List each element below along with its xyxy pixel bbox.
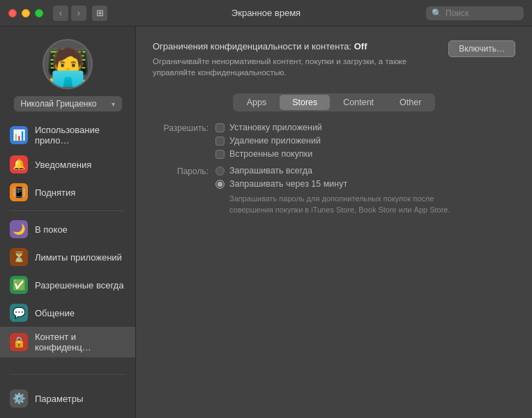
- checkbox-install[interactable]: Установку приложений: [215, 123, 322, 132]
- purchases-checkbox[interactable]: [215, 150, 225, 159]
- back-button[interactable]: ‹: [53, 6, 68, 21]
- always-radio[interactable]: [215, 167, 225, 176]
- tabs: Apps Stores Content Other: [233, 93, 436, 111]
- sidebar-nav: 📊 Использование прило… 🔔 Уведомления 📳 П…: [0, 120, 135, 370]
- sidebar-item-label: Использование прило…: [35, 125, 126, 146]
- main-layout: 🧑‍💻 Николай Грицаенко ▾ 📊 Использование …: [0, 26, 532, 418]
- content-title: Ограничения конфиденциальности и контент…: [153, 40, 432, 53]
- traffic-lights: [8, 9, 43, 17]
- allow-label: Разрешить:: [153, 123, 208, 133]
- avatar-emoji: 🧑‍💻: [45, 49, 91, 85]
- content-area: Ограничения конфиденциальности и контент…: [136, 26, 532, 418]
- checkbox-purchases[interactable]: Встроенные покупки: [215, 149, 322, 159]
- search-bar[interactable]: 🔍: [426, 6, 524, 20]
- sidebar-item-label: Разрешенные всегда: [35, 280, 123, 291]
- password-note: Запрашивать пароль для дополнительных по…: [229, 194, 453, 215]
- always-label: Запрашивать всегда: [229, 166, 312, 176]
- grid-button[interactable]: ⊞: [92, 6, 107, 21]
- content-subtitle: Ограничивайте ненормативный контент, пок…: [153, 56, 432, 78]
- tabs-container: Apps Stores Content Other: [153, 93, 515, 111]
- profile-section: 🧑‍💻 Николай Грицаенко ▾: [0, 26, 135, 120]
- 15min-radio[interactable]: [215, 180, 225, 189]
- sidebar: 🧑‍💻 Николай Грицаенко ▾ 📊 Использование …: [0, 26, 136, 418]
- allow-options: Установку приложений Удаление приложений…: [215, 123, 322, 159]
- search-icon: 🔍: [432, 8, 442, 18]
- sidebar-bottom: ⚙️ Параметры: [0, 379, 135, 418]
- close-button[interactable]: [8, 9, 17, 17]
- sidebar-item-label: Общение: [35, 308, 75, 318]
- avatar: 🧑‍💻: [43, 39, 93, 89]
- radio-always[interactable]: Запрашивать всегда: [215, 166, 453, 176]
- settings-section: Разрешить: Установку приложений Удаление…: [153, 123, 515, 222]
- sidebar-item-label: Лимиты приложений: [35, 252, 122, 263]
- chevron-down-icon: ▾: [112, 100, 115, 108]
- tab-other[interactable]: Other: [387, 95, 434, 110]
- forward-button[interactable]: ›: [71, 6, 86, 21]
- divider: [10, 210, 126, 211]
- sidebar-item-settings[interactable]: ⚙️ Параметры: [0, 385, 135, 412]
- checkbox-delete[interactable]: Удаление приложений: [215, 136, 322, 146]
- downtime-icon: 🌙: [10, 220, 28, 238]
- communication-icon: 💬: [10, 304, 28, 322]
- checkbox-install-label: Установку приложений: [229, 123, 322, 132]
- minimize-button[interactable]: [22, 9, 30, 17]
- tab-apps[interactable]: Apps: [234, 95, 280, 110]
- sidebar-item-downtime[interactable]: 🌙 В покое: [0, 215, 135, 243]
- install-checkbox[interactable]: [215, 123, 225, 132]
- app-limits-icon: ⏳: [10, 248, 28, 266]
- password-options: Запрашивать всегда Запрашивать через 15 …: [215, 166, 453, 215]
- always-allowed-icon: ✅: [10, 276, 28, 294]
- 15min-label: Запрашивать через 15 минут: [229, 179, 347, 189]
- sidebar-item-label: В покое: [35, 224, 68, 235]
- pickups-icon: 📳: [10, 183, 28, 201]
- sidebar-item-label: Параметры: [35, 394, 83, 404]
- sidebar-item-label: Поднятия: [35, 187, 75, 198]
- sidebar-item-notifications[interactable]: 🔔 Уведомления: [0, 150, 135, 178]
- sidebar-item-label: Контент и конфиденц…: [35, 332, 126, 353]
- allow-row: Разрешить: Установку приложений Удаление…: [153, 123, 515, 159]
- sidebar-item-app-limits[interactable]: ⏳ Лимиты приложений: [0, 243, 135, 271]
- content-header: Ограничения конфиденциальности и контент…: [153, 40, 515, 78]
- password-row: Пароль: Запрашивать всегда Запрашивать ч…: [153, 166, 515, 215]
- notifications-icon: 🔔: [10, 155, 28, 173]
- username-label: Николай Грицаенко: [21, 99, 97, 109]
- nav-arrows: ‹ ›: [53, 6, 86, 21]
- sidebar-item-usage[interactable]: 📊 Использование прило…: [0, 120, 135, 150]
- checkbox-purchases-label: Встроенные покупки: [229, 149, 312, 159]
- tab-content[interactable]: Content: [330, 95, 386, 110]
- window-title: Экранное время: [231, 8, 301, 18]
- status-badge: Off: [354, 41, 367, 52]
- radio-15min[interactable]: Запрашивать через 15 минут: [215, 179, 453, 189]
- content-icon: 🔒: [10, 333, 28, 351]
- search-input[interactable]: [446, 8, 518, 18]
- maximize-button[interactable]: [35, 9, 43, 17]
- password-label: Пароль:: [153, 166, 208, 176]
- bottom-divider: [10, 374, 126, 375]
- user-dropdown[interactable]: Николай Грицаенко ▾: [14, 96, 122, 111]
- sidebar-item-pickups[interactable]: 📳 Поднятия: [0, 178, 135, 206]
- sidebar-item-content[interactable]: 🔒 Контент и конфиденц…: [0, 327, 135, 357]
- checkbox-delete-label: Удаление приложений: [229, 136, 321, 146]
- titlebar: ‹ › ⊞ Экранное время 🔍: [0, 0, 532, 26]
- settings-icon: ⚙️: [10, 389, 28, 408]
- delete-checkbox[interactable]: [215, 137, 225, 146]
- header-text-block: Ограничения конфиденциальности и контент…: [153, 40, 432, 78]
- sidebar-item-always-allowed[interactable]: ✅ Разрешенные всегда: [0, 271, 135, 299]
- sidebar-item-communication[interactable]: 💬 Общение: [0, 299, 135, 327]
- enable-button[interactable]: Включить…: [448, 40, 515, 57]
- sidebar-item-label: Уведомления: [35, 160, 91, 170]
- usage-icon: 📊: [10, 126, 28, 144]
- tab-stores[interactable]: Stores: [280, 95, 330, 110]
